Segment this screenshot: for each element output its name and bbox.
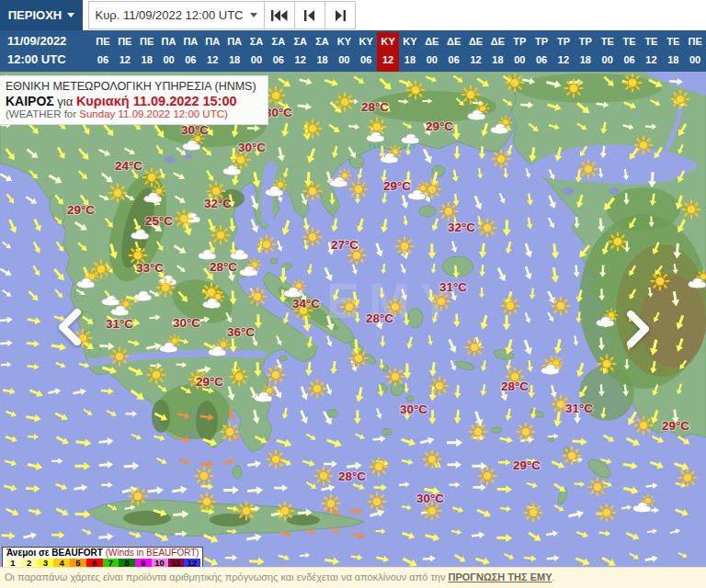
timestep-ΤΕ-12[interactable]: ΤΕ12 <box>640 32 662 72</box>
timestep-ΤΡ-06[interactable]: ΤΡ06 <box>530 32 552 72</box>
toolbar: ΠΕΡΙΟΧΗ Κυρ. 11/09/2022 12:00 UTC <box>0 0 706 30</box>
timestep-ΚΥ-06[interactable]: ΚΥ06 <box>355 32 377 72</box>
sun-icon <box>249 288 267 306</box>
map-canvas: EMY 30°C28°C30°C29°C30°C24°C29°C32°C29°C… <box>0 72 706 567</box>
hnms-weather-app: ΠΕΡΙΟΧΗ Κυρ. 11/09/2022 12:00 UTC <box>0 0 706 588</box>
step-back-icon <box>304 10 315 21</box>
timestep-ΠΕ-12[interactable]: ΠΕ12 <box>114 32 136 72</box>
timestep-ΠΑ-18[interactable]: ΠΑ18 <box>223 32 245 72</box>
chevron-down-icon <box>67 13 74 17</box>
timestep-ΚΥ-00[interactable]: ΚΥ00 <box>333 32 355 72</box>
forecast-utc-time: (WEATHER for Sunday 11.09.2022 12:00 UTC… <box>6 108 260 119</box>
temperature-label: 30°C <box>238 141 266 154</box>
timestep-columns: ΠΕ06ΠΕ12ΠΕ18ΠΑ00ΠΑ06ΠΑ12ΠΑ18ΣΑ00ΣΑ06ΣΑ12… <box>92 30 706 72</box>
map-info-box: ΕΘΝΙΚΗ ΜΕΤΕΩΡΟΛΟΓΙΚΗ ΥΠΗΡΕΣΙΑ (HNMS) ΚΑΙ… <box>0 75 268 125</box>
timestep-ΔΕ-18[interactable]: ΔΕ18 <box>486 32 508 72</box>
sun-icon <box>470 424 487 441</box>
temperature-label: 30°C <box>400 402 427 416</box>
sun-icon <box>111 348 129 366</box>
temperature-label: 30°C <box>173 316 200 330</box>
temperature-label: 25°C <box>145 214 173 228</box>
sun-icon <box>268 367 285 384</box>
sun-icon <box>652 273 669 290</box>
temperature-label: 28°C <box>501 379 529 393</box>
sun-icon <box>609 233 627 251</box>
timestep-ΤΡ-18[interactable]: ΤΡ18 <box>575 32 597 72</box>
chevron-down-icon <box>250 13 257 17</box>
sun-icon <box>580 161 598 178</box>
timestep-ΠΑ-06[interactable]: ΠΑ06 <box>179 32 201 72</box>
temperature-label: 28°C <box>361 100 389 114</box>
sun-icon <box>518 424 535 441</box>
temperature-label: 32°C <box>204 197 232 210</box>
temperature-label: 29°C <box>196 375 223 389</box>
temperature-label: 31°C <box>565 401 593 415</box>
previous-timestep-button[interactable] <box>294 1 325 29</box>
timestep-ΤΕ-06[interactable]: ΤΕ06 <box>619 32 641 72</box>
emy-forecast-link[interactable]: ΠΡΟΓΝΩΣΗ ΤΗΣ ΕΜΥ <box>449 571 552 582</box>
beaufort-legend: Άνεμοι σε BEAUFORT (Winds in BEAUFORT) 1… <box>2 547 203 567</box>
timestep-ΤΕ-00[interactable]: ΤΕ00 <box>597 32 619 72</box>
temperature-label: 30°C <box>416 492 444 505</box>
sun-icon <box>238 503 256 520</box>
temperature-label: 33°C <box>136 261 164 275</box>
region-dropdown-button[interactable]: ΠΕΡΙΟΧΗ <box>0 0 83 30</box>
sun-icon <box>315 468 333 485</box>
timestep-ΠΑ-00[interactable]: ΠΑ00 <box>158 32 180 72</box>
beaufort-8: 8 <box>119 559 135 567</box>
timestep-ΤΕ-18[interactable]: ΤΕ18 <box>662 32 684 72</box>
timestep-ΔΕ-00[interactable]: ΔΕ00 <box>421 32 443 72</box>
first-timestep-button[interactable] <box>264 1 295 29</box>
sun-icon <box>672 91 689 108</box>
datetime-dropdown-label: Κυρ. 11/09/2022 12:00 UTC <box>96 8 244 22</box>
next-map-arrow[interactable] <box>618 309 655 349</box>
temperature-label: 29°C <box>67 203 95 217</box>
timestep-ΚΥ-12[interactable]: ΚΥ12 <box>377 32 399 72</box>
sun-icon <box>148 367 165 384</box>
sun-icon <box>479 468 496 485</box>
timestep-ΣΑ-18[interactable]: ΣΑ18 <box>312 32 334 72</box>
sun-icon <box>424 451 441 469</box>
temperature-label: 31°C <box>106 317 133 331</box>
beaufort-11: 11 <box>168 559 185 567</box>
timestep-ΣΑ-00[interactable]: ΣΑ00 <box>245 32 268 72</box>
sun-icon <box>176 210 193 228</box>
timestep-ΚΥ-18[interactable]: ΚΥ18 <box>399 32 421 72</box>
sun-icon <box>479 220 496 237</box>
sun-icon <box>268 87 285 105</box>
timestep-ΔΕ-06[interactable]: ΔΕ06 <box>443 32 465 72</box>
timestep-ΠΕ-18[interactable]: ΠΕ18 <box>136 32 158 72</box>
sun-icon <box>370 458 388 476</box>
legend-title: Άνεμοι σε BEAUFORT (Winds in BEAUFORT) <box>5 548 200 558</box>
forecast-local-time: ΚΑΙΡΟΣ για Κυριακή 11.09.2022 15:00 <box>6 94 260 108</box>
sun-icon <box>598 356 616 373</box>
sun-icon <box>431 378 449 395</box>
sun-icon <box>502 298 519 315</box>
timestep-ΠΕ-06[interactable]: ΠΕ06 <box>92 32 114 72</box>
sun-icon <box>157 279 175 297</box>
beaufort-12: 12 <box>184 559 200 567</box>
temperature-label: 30°C <box>181 123 209 137</box>
timestep-ΣΑ-06[interactable]: ΣΑ06 <box>268 32 290 72</box>
sun-icon <box>222 424 239 441</box>
timestep-ΤΡ-00[interactable]: ΤΡ00 <box>508 32 530 72</box>
sun-icon <box>589 479 607 496</box>
timestep-ΠΕ-00[interactable]: ΠΕ00 <box>684 32 706 72</box>
beaufort-2: 2 <box>21 559 38 567</box>
beaufort-4: 4 <box>53 559 70 567</box>
previous-map-arrow[interactable] <box>53 307 90 347</box>
next-timestep-button[interactable] <box>325 1 356 29</box>
timestep-ΔΕ-12[interactable]: ΔΕ12 <box>465 32 487 72</box>
beaufort-9: 9 <box>135 559 152 567</box>
beaufort-10: 10 <box>152 559 168 567</box>
timestep-ΠΑ-12[interactable]: ΠΑ12 <box>201 32 223 72</box>
timestep-ΤΡ-12[interactable]: ΤΡ12 <box>552 32 575 72</box>
sun-icon <box>525 504 542 522</box>
beaufort-scale: 123456789101112 <box>5 559 200 567</box>
sun-icon <box>683 201 700 219</box>
datetime-dropdown[interactable]: Κυρ. 11/09/2022 12:00 UTC <box>88 1 265 29</box>
sun-icon <box>552 298 570 315</box>
step-forward-icon <box>335 10 346 21</box>
timestep-ΣΑ-12[interactable]: ΣΑ12 <box>290 32 312 72</box>
chevron-right-icon <box>618 309 655 349</box>
